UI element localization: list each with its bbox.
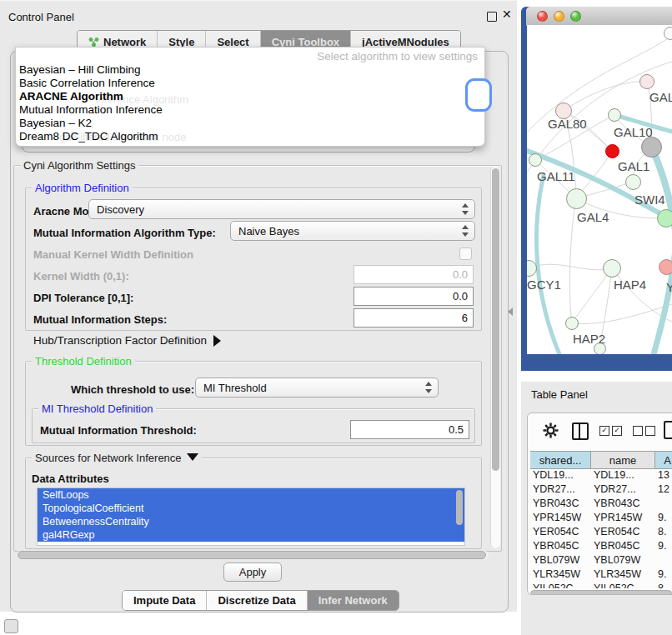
network-window-titlebar[interactable] bbox=[526, 7, 672, 26]
network-node-swi4[interactable] bbox=[657, 209, 672, 228]
settings-scrollbar-thumb[interactable] bbox=[492, 168, 499, 471]
tab-impute-data[interactable]: Impute Data bbox=[123, 591, 206, 610]
mi-threshold-input[interactable]: 0.5 bbox=[350, 420, 469, 439]
data-attributes-label: Data Attributes bbox=[32, 472, 109, 485]
hub-definition-expander[interactable]: Hub/Transcription Factor Definition bbox=[33, 334, 221, 347]
table-row[interactable]: YBL079WYBL079W bbox=[530, 553, 672, 568]
node-label: GAL11 bbox=[537, 169, 575, 183]
settings-horizontal-scrollbar[interactable] bbox=[17, 551, 489, 559]
list-item[interactable]: TopologicalCoefficient bbox=[38, 502, 464, 515]
menu-item-mutual-information[interactable]: Mutual Information Inference bbox=[19, 103, 163, 116]
table-hscrollbar-thumb[interactable] bbox=[530, 590, 672, 595]
mi-algorithm-type-select[interactable]: Naive Bayes bbox=[230, 221, 475, 241]
manual-kernel-width-label: Manual Kernel Width Definition bbox=[33, 248, 193, 261]
stepper-icon bbox=[462, 203, 469, 215]
network-node[interactable] bbox=[664, 27, 672, 40]
list-item[interactable]: SelfLoops bbox=[38, 488, 464, 502]
threshold-definition-title: Threshold Definition bbox=[32, 355, 135, 368]
mi-threshold-label: Mutual Information Threshold: bbox=[40, 424, 197, 437]
table-row[interactable]: YBR045CYBR045C9. bbox=[530, 539, 672, 553]
mi-threshold-title: MI Threshold Definition bbox=[38, 402, 156, 415]
list-scrollbar-thumb[interactable] bbox=[456, 490, 463, 525]
which-threshold-select[interactable]: MI Threshold bbox=[195, 378, 439, 398]
dpi-tolerance-label: DPI Tolerance [0,1]: bbox=[33, 292, 133, 304]
close-traffic-light-icon[interactable] bbox=[537, 11, 548, 22]
gear-icon[interactable] bbox=[543, 422, 559, 438]
table-header: shared... name A bbox=[530, 451, 672, 469]
menu-item-bayesian-hill-climbing[interactable]: Bayesian – Hill Climbing bbox=[19, 63, 141, 76]
network-node-gray[interactable] bbox=[641, 137, 662, 158]
network-node-hap2[interactable] bbox=[565, 317, 579, 330]
inference-algorithm-combo-focus[interactable] bbox=[468, 81, 489, 109]
network-node-hap4[interactable] bbox=[603, 259, 621, 278]
list-item[interactable]: BetweennessCentrality bbox=[38, 515, 464, 528]
table-row[interactable]: YIL052CYIL052C8. bbox=[530, 582, 672, 588]
column-header-shared-name[interactable]: shared... bbox=[530, 452, 591, 468]
document-icon[interactable] bbox=[664, 421, 672, 439]
node-label: GAL4 bbox=[577, 210, 609, 224]
checked-pair-icon[interactable]: ✓ ✓ bbox=[599, 426, 622, 436]
column-header-partial[interactable]: A bbox=[655, 452, 672, 468]
network-node[interactable] bbox=[639, 74, 654, 89]
mi-steps-input[interactable]: 6 bbox=[354, 308, 474, 328]
table-row[interactable]: YDR27...YDR27...12 bbox=[530, 482, 672, 497]
tab-infer-network[interactable]: Infer Network bbox=[307, 591, 399, 610]
aracne-mode-select[interactable]: Discovery bbox=[88, 199, 475, 219]
network-node-gal10[interactable] bbox=[608, 108, 621, 122]
node-label: Y bbox=[666, 280, 672, 294]
table-row[interactable]: YPR145WYPR145W9. bbox=[530, 511, 672, 525]
menu-item-dream8[interactable]: Dream8 DC_TDC Algorithm bbox=[19, 130, 158, 142]
node-label: SWI4 bbox=[634, 192, 665, 207]
tab-discretize-data[interactable]: Discretize Data bbox=[206, 591, 306, 610]
menu-item-basic-correlation[interactable]: Basic Correlation Inference bbox=[19, 77, 155, 89]
menu-item-aracne[interactable]: ARACNE Algorithm bbox=[19, 90, 123, 102]
algorithm-prompt: Select algorithm to view settings bbox=[317, 50, 478, 62]
algorithm-dropdown-popup: Select algorithm to view settings Infere… bbox=[15, 47, 485, 147]
menu-item-bayesian-k2[interactable]: Bayesian – K2 bbox=[19, 117, 92, 129]
node-label: HAP4 bbox=[614, 278, 646, 292]
node-label: GAL80 bbox=[548, 117, 587, 131]
minimize-traffic-light-icon[interactable] bbox=[554, 11, 564, 22]
apply-button[interactable]: Apply bbox=[223, 562, 282, 582]
close-icon[interactable]: ✕ bbox=[502, 8, 512, 21]
list-item[interactable]: gal4RGexp bbox=[38, 528, 464, 542]
bottom-tabbar: Impute Data Discretize Data Infer Networ… bbox=[122, 590, 399, 611]
table-row[interactable]: YLR345WYLR345W9. bbox=[530, 568, 672, 582]
table-row[interactable]: YBR043CYBR043C bbox=[530, 497, 672, 511]
network-node-gal11[interactable] bbox=[529, 153, 542, 167]
zoom-traffic-light-icon[interactable] bbox=[570, 11, 581, 22]
column-header-name[interactable]: name bbox=[591, 452, 655, 468]
settings-vertical-scrollbar[interactable] bbox=[490, 167, 500, 548]
kernel-width-input[interactable]: 0.0 bbox=[354, 265, 474, 284]
table-panel-title: Table Panel bbox=[531, 388, 588, 401]
network-node-gal4[interactable] bbox=[566, 188, 587, 209]
sources-title[interactable]: Sources for Network Inference bbox=[32, 452, 202, 464]
table-horizontal-scrollbar[interactable] bbox=[530, 590, 672, 595]
table-row[interactable]: YDL19...YDL19...13 bbox=[530, 468, 672, 482]
float-window-icon[interactable] bbox=[487, 12, 497, 22]
dock-grip-icon[interactable] bbox=[4, 619, 18, 633]
splitter-handle[interactable] bbox=[508, 308, 513, 316]
node-label: GAL10 bbox=[614, 125, 653, 139]
network-node-gal1[interactable] bbox=[625, 174, 641, 190]
stepper-icon bbox=[425, 382, 433, 393]
data-attributes-list[interactable]: SelfLoops TopologicalCoefficient Between… bbox=[37, 488, 465, 546]
dpi-tolerance-input[interactable]: 0.0 bbox=[354, 287, 474, 306]
node-label: HAP2 bbox=[573, 332, 605, 346]
node-table: ✓ ✓ shared... name A YDL19...YDL19...13 … bbox=[527, 412, 672, 595]
control-panel: Control Panel ✕ Network Style Select Cyn… bbox=[0, 0, 517, 612]
collapse-down-icon bbox=[187, 453, 198, 461]
algorithm-definition-title: Algorithm Definition bbox=[32, 182, 133, 194]
node-label: GAL1 bbox=[618, 159, 649, 173]
manual-kernel-width-checkbox[interactable] bbox=[459, 248, 472, 260]
node-label: GAL bbox=[649, 90, 672, 104]
unchecked-pair-icon[interactable] bbox=[633, 426, 655, 436]
table-row[interactable]: YER054CYER054C8. bbox=[530, 525, 672, 539]
network-canvas[interactable]: GAL GAL80 GAL10 GAL1 GAL11 SWI4 GAL4 GCY… bbox=[527, 25, 672, 354]
mi-steps-label: Mutual Information Steps: bbox=[33, 313, 167, 326]
columns-icon[interactable] bbox=[572, 422, 589, 440]
hscrollbar-thumb[interactable] bbox=[18, 551, 486, 559]
network-node-red[interactable] bbox=[605, 144, 619, 158]
which-threshold-label: Which threshold to use: bbox=[71, 383, 194, 396]
network-node-salmon[interactable] bbox=[659, 259, 672, 275]
